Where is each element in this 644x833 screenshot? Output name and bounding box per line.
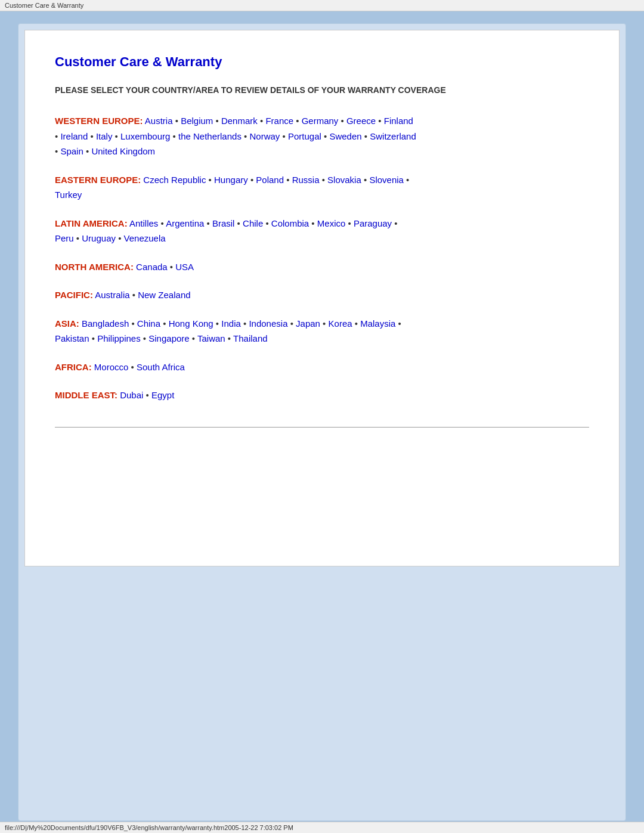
region-africa: AFRICA: Morocco • South Africa bbox=[55, 360, 589, 375]
country-canada[interactable]: Canada bbox=[136, 262, 168, 272]
title-bar-text: Customer Care & Warranty bbox=[5, 2, 83, 9]
status-bar-text: file:///D|/My%20Documents/dfu/190V6FB_V3… bbox=[5, 824, 293, 831]
country-sweden[interactable]: Sweden bbox=[329, 131, 361, 141]
country-poland[interactable]: Poland bbox=[256, 175, 284, 185]
country-china[interactable]: China bbox=[137, 318, 160, 329]
region-label-africa: AFRICA: bbox=[55, 362, 92, 372]
country-finland[interactable]: Finland bbox=[384, 116, 413, 126]
country-peru[interactable]: Peru bbox=[55, 233, 74, 243]
region-asia: ASIA: Bangladesh • China • Hong Kong • I… bbox=[55, 316, 589, 346]
country-south-africa[interactable]: South Africa bbox=[137, 362, 185, 372]
country-united-kingdom[interactable]: United Kingdom bbox=[91, 146, 155, 156]
country-paraguay[interactable]: Paraguay bbox=[354, 218, 392, 228]
country-usa[interactable]: USA bbox=[175, 262, 194, 272]
region-eastern-europe: EASTERN EUROPE: Czech Republic • Hungary… bbox=[55, 172, 589, 203]
page-title: Customer Care & Warranty bbox=[55, 54, 589, 70]
country-philippines[interactable]: Philippines bbox=[97, 333, 141, 343]
country-uruguay[interactable]: Uruguay bbox=[82, 233, 116, 243]
instructions: PLEASE SELECT YOUR COUNTRY/AREA TO REVIE… bbox=[55, 84, 589, 97]
country-spain[interactable]: Spain bbox=[60, 146, 83, 156]
country-portugal[interactable]: Portugal bbox=[288, 131, 321, 141]
country-bangladesh[interactable]: Bangladesh bbox=[82, 318, 129, 329]
country-mexico[interactable]: Mexico bbox=[317, 218, 346, 228]
region-label-western-europe: WESTERN EUROPE: bbox=[55, 116, 143, 126]
country-greece[interactable]: Greece bbox=[346, 116, 376, 126]
country-italy[interactable]: Italy bbox=[96, 131, 113, 141]
region-latin-america: LATIN AMERICA: Antilles • Argentina • Br… bbox=[55, 216, 589, 246]
country-austria[interactable]: Austria bbox=[145, 116, 173, 126]
country-ireland[interactable]: Ireland bbox=[60, 131, 88, 141]
country-belgium[interactable]: Belgium bbox=[181, 116, 213, 126]
country-india[interactable]: India bbox=[221, 318, 241, 329]
country-egypt[interactable]: Egypt bbox=[151, 390, 174, 400]
country-venezuela[interactable]: Venezuela bbox=[124, 233, 166, 243]
country-korea[interactable]: Korea bbox=[329, 318, 352, 329]
page-container: Customer Care & Warranty PLEASE SELECT Y… bbox=[24, 30, 620, 566]
country-antilles[interactable]: Antilles bbox=[129, 218, 158, 228]
country-hungary[interactable]: Hungary bbox=[214, 175, 248, 185]
country-pakistan[interactable]: Pakistan bbox=[55, 333, 89, 343]
country-brasil[interactable]: Brasil bbox=[212, 218, 235, 228]
region-label-latin-america: LATIN AMERICA: bbox=[55, 218, 128, 228]
country-netherlands[interactable]: the Netherlands bbox=[178, 131, 242, 141]
country-malaysia[interactable]: Malaysia bbox=[360, 318, 395, 329]
country-colombia[interactable]: Colombia bbox=[271, 218, 309, 228]
country-taiwan[interactable]: Taiwan bbox=[197, 333, 225, 343]
region-pacific: PACIFIC: Australia • New Zealand bbox=[55, 287, 589, 303]
region-middle-east: MIDDLE EAST: Dubai • Egypt bbox=[55, 388, 589, 403]
browser-outer: Customer Care & Warranty PLEASE SELECT Y… bbox=[18, 23, 626, 821]
title-bar: Customer Care & Warranty bbox=[0, 0, 644, 11]
country-turkey[interactable]: Turkey bbox=[55, 190, 82, 200]
country-norway[interactable]: Norway bbox=[249, 131, 280, 141]
country-czech-republic[interactable]: Czech Republic bbox=[143, 175, 206, 185]
country-australia[interactable]: Australia bbox=[95, 290, 129, 300]
country-japan[interactable]: Japan bbox=[296, 318, 320, 329]
country-luxembourg[interactable]: Luxembourg bbox=[120, 131, 170, 141]
country-chile[interactable]: Chile bbox=[243, 218, 263, 228]
country-denmark[interactable]: Denmark bbox=[221, 116, 258, 126]
country-slovakia[interactable]: Slovakia bbox=[327, 175, 361, 185]
country-new-zealand[interactable]: New Zealand bbox=[138, 290, 190, 300]
country-indonesia[interactable]: Indonesia bbox=[249, 318, 287, 329]
country-argentina[interactable]: Argentina bbox=[166, 218, 204, 228]
country-thailand[interactable]: Thailand bbox=[233, 333, 268, 343]
country-morocco[interactable]: Morocco bbox=[94, 362, 129, 372]
region-label-eastern-europe: EASTERN EUROPE: bbox=[55, 175, 141, 185]
country-switzerland[interactable]: Switzerland bbox=[370, 131, 416, 141]
region-label-pacific: PACIFIC: bbox=[55, 290, 93, 300]
country-dubai[interactable]: Dubai bbox=[120, 390, 143, 400]
region-label-north-america: NORTH AMERICA: bbox=[55, 262, 134, 272]
country-germany[interactable]: Germany bbox=[302, 116, 339, 126]
region-label-middle-east: MIDDLE EAST: bbox=[55, 390, 117, 400]
divider bbox=[55, 427, 589, 428]
region-north-america: NORTH AMERICA: Canada • USA bbox=[55, 259, 589, 275]
country-france[interactable]: France bbox=[265, 116, 293, 126]
region-western-europe: WESTERN EUROPE: Austria • Belgium • Denm… bbox=[55, 113, 589, 159]
country-singapore[interactable]: Singapore bbox=[148, 333, 189, 343]
country-hong-kong[interactable]: Hong Kong bbox=[169, 318, 213, 329]
country-slovenia[interactable]: Slovenia bbox=[369, 175, 404, 185]
region-label-asia: ASIA: bbox=[55, 318, 79, 329]
status-bar: file:///D|/My%20Documents/dfu/190V6FB_V3… bbox=[0, 822, 644, 833]
country-russia[interactable]: Russia bbox=[292, 175, 320, 185]
